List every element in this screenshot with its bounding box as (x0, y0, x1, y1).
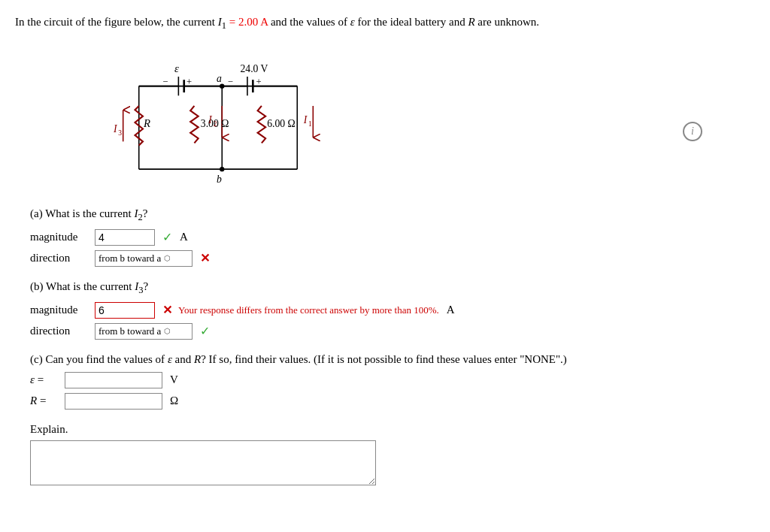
part-a-magnitude-row: magnitude ✓ A (30, 229, 747, 246)
explain-label: Explain. (30, 423, 747, 436)
info-icon: i (683, 122, 702, 141)
part-c-emf-row: ε = V (30, 372, 747, 388)
svg-text:3: 3 (118, 129, 122, 137)
cross-icon-a: ✕ (200, 251, 210, 265)
magnitude-label-b: magnitude (30, 304, 90, 316)
direction-label-a: direction (30, 252, 90, 264)
part-c-title: (c) Can you find the values of ε and R? … (30, 353, 747, 366)
svg-text:−: − (228, 76, 233, 86)
check-icon-b: ✓ (200, 324, 210, 338)
r-input[interactable] (65, 393, 162, 410)
magnitude-label-a: magnitude (30, 231, 90, 243)
circuit-wrapper: ε − + a 24.0 V − + R I 3 3.00 Ω I 2 6.00… (15, 47, 747, 197)
direction-value-a: from b toward a (99, 252, 161, 264)
r-label: R = (30, 394, 60, 407)
magnitude-input-a[interactable] (95, 229, 155, 246)
part-a-section: (a) What is the current I2? magnitude ✓ … (30, 207, 747, 267)
svg-text:2: 2 (214, 120, 217, 128)
svg-text:I: I (113, 122, 118, 134)
explain-textarea[interactable] (30, 440, 376, 485)
unit-a: A (180, 231, 188, 243)
explain-section: Explain. (30, 423, 747, 488)
part-c-r-row: R = Ω (30, 393, 747, 410)
part-b-direction-row: direction from b toward a ⬡ ✓ (30, 323, 747, 340)
direction-label-b: direction (30, 325, 90, 337)
svg-text:6.00 Ω: 6.00 Ω (267, 118, 296, 129)
svg-text:I: I (303, 114, 308, 125)
svg-text:ε: ε (174, 62, 179, 74)
svg-text:24.0 V: 24.0 V (240, 62, 268, 74)
direction-value-b: from b toward a (99, 325, 161, 337)
cross-icon-b: ✕ (162, 303, 172, 317)
part-c-section: (c) Can you find the values of ε and R? … (30, 353, 747, 410)
svg-text:b: b (217, 174, 222, 185)
svg-text:a: a (217, 73, 222, 84)
svg-text:1: 1 (308, 120, 312, 128)
emf-input[interactable] (65, 372, 162, 388)
svg-text:R: R (143, 117, 150, 129)
unit-b: A (447, 304, 455, 316)
svg-text:+: + (186, 76, 192, 86)
circuit-svg: ε − + a 24.0 V − + R I 3 3.00 Ω I 2 6.00… (60, 47, 376, 197)
check-icon-a: ✓ (162, 230, 172, 244)
magnitude-input-b[interactable] (95, 302, 155, 319)
error-message-b: Your response differs from the correct a… (178, 304, 439, 316)
part-b-magnitude-row: magnitude ✕ Your response differs from t… (30, 302, 747, 319)
circuit-diagram: ε − + a 24.0 V − + R I 3 3.00 Ω I 2 6.00… (60, 47, 376, 197)
dropdown-arrow-a: ⬡ (164, 254, 171, 262)
direction-dropdown-a[interactable]: from b toward a ⬡ (95, 250, 192, 267)
part-b-title: (b) What is the current I3? (30, 280, 747, 296)
svg-text:+: + (256, 76, 262, 86)
dropdown-arrow-b: ⬡ (164, 327, 171, 335)
r-unit: Ω (170, 394, 178, 407)
part-b-section: (b) What is the current I3? magnitude ✕ … (30, 280, 747, 340)
emf-unit: V (170, 373, 178, 386)
svg-point-6 (220, 167, 224, 171)
direction-dropdown-b[interactable]: from b toward a ⬡ (95, 323, 192, 340)
svg-text:−: − (162, 76, 168, 86)
emf-label: ε = (30, 373, 60, 386)
part-a-title: (a) What is the current I2? (30, 207, 747, 223)
intro-paragraph: In the circuit of the figure below, the … (15, 14, 747, 33)
part-a-direction-row: direction from b toward a ⬡ ✕ (30, 250, 747, 267)
